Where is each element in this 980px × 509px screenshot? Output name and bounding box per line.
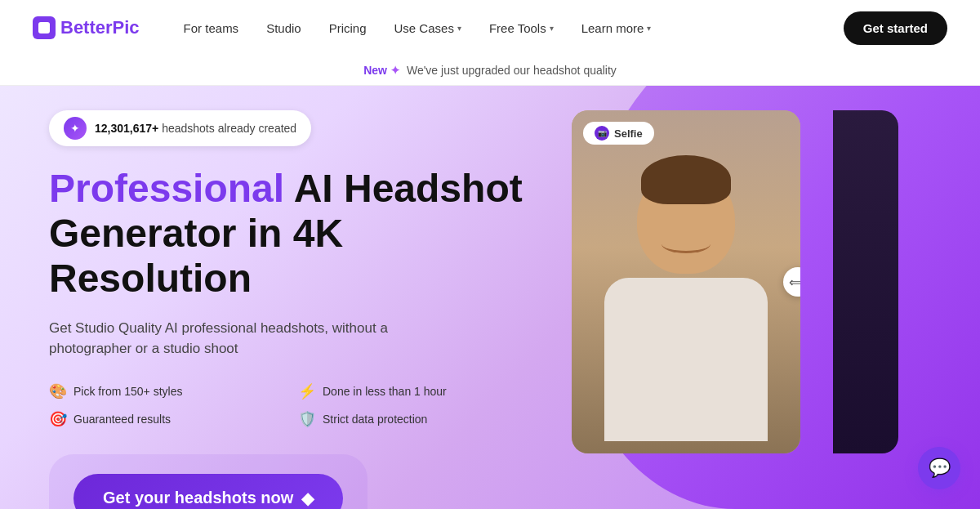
diamond-icon: ◆ bbox=[301, 489, 314, 508]
person-figure bbox=[588, 135, 784, 453]
feature-security: 🛡️ Strict data protection bbox=[298, 410, 523, 428]
nav-item-free-tools[interactable]: Free Tools ▾ bbox=[478, 15, 565, 42]
feature-speed: ⚡ Done in less than 1 hour bbox=[298, 382, 523, 400]
chat-icon: 💬 bbox=[929, 458, 951, 479]
nav-item-for-teams[interactable]: For teams bbox=[172, 15, 251, 42]
photo-background bbox=[572, 110, 800, 453]
nav-item-studio[interactable]: Studio bbox=[255, 15, 313, 42]
headline: Professional AI Headshot Generator in 4K… bbox=[49, 166, 523, 301]
chat-bubble-button[interactable]: 💬 bbox=[918, 447, 960, 489]
sparkle-icon: ✦ bbox=[390, 64, 400, 77]
banner-message: We've just upgraded our headshot quality bbox=[407, 64, 617, 77]
logo-icon bbox=[33, 16, 56, 39]
get-started-button[interactable]: Get started bbox=[844, 11, 947, 45]
selfie-tag: 📷 Selfie bbox=[583, 122, 654, 145]
target-icon: 🎯 bbox=[49, 410, 67, 428]
after-image-panel bbox=[833, 110, 898, 453]
feature-guaranteed: 🎯 Guaranteed results bbox=[49, 410, 274, 428]
nav-item-learn-more[interactable]: Learn more ▾ bbox=[570, 15, 663, 42]
logo[interactable]: BetterPic bbox=[33, 16, 140, 39]
shield-icon: 🛡️ bbox=[298, 410, 316, 428]
nav-links: For teams Studio Pricing Use Cases ▾ Fre… bbox=[172, 15, 844, 42]
palette-icon: 🎨 bbox=[49, 382, 67, 400]
stats-icon: ✦ bbox=[64, 117, 87, 140]
cta-area: Get your headshots now ◆ bbox=[49, 454, 368, 509]
nav-item-pricing[interactable]: Pricing bbox=[318, 15, 378, 42]
subheadline: Get Studio Quality AI professional heads… bbox=[49, 318, 441, 359]
person-head bbox=[637, 167, 735, 274]
chevron-down-icon: ▾ bbox=[647, 24, 651, 33]
lightning-icon: ⚡ bbox=[298, 382, 316, 400]
person-body bbox=[604, 278, 768, 441]
features-list: 🎨 Pick from 150+ styles ⚡ Done in less t… bbox=[49, 382, 523, 428]
before-after-image: 📷 Selfie ⟺ bbox=[572, 110, 800, 453]
navbar: BetterPic For teams Studio Pricing Use C… bbox=[0, 0, 980, 56]
feature-styles: 🎨 Pick from 150+ styles bbox=[49, 382, 274, 400]
stats-text: 12,301,617+ headshots already created bbox=[95, 122, 296, 135]
cta-button[interactable]: Get your headshots now ◆ bbox=[74, 474, 343, 509]
nav-item-use-cases[interactable]: Use Cases ▾ bbox=[383, 15, 473, 42]
logo-text: BetterPic bbox=[60, 17, 140, 38]
chevron-down-icon: ▾ bbox=[550, 24, 554, 33]
left-content: ✦ 12,301,617+ headshots already created … bbox=[49, 110, 523, 509]
new-badge: New ✦ bbox=[363, 64, 400, 77]
hero-image-area: 📷 Selfie ⟺ bbox=[572, 110, 849, 462]
main-content: ✦ 12,301,617+ headshots already created … bbox=[0, 110, 980, 509]
camera-icon: 📷 bbox=[595, 126, 609, 141]
chevron-down-icon: ▾ bbox=[457, 24, 461, 33]
stats-badge: ✦ 12,301,617+ headshots already created bbox=[49, 110, 311, 146]
announcement-banner: New ✦ We've just upgraded our headshot q… bbox=[0, 56, 980, 86]
